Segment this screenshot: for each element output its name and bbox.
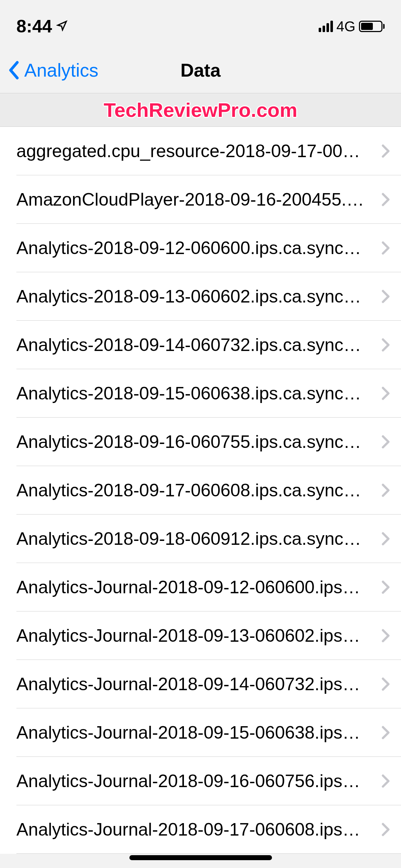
list-item[interactable]: Analytics-Journal-2018-09-14-060732.ips…	[0, 660, 401, 708]
chevron-right-icon	[381, 677, 390, 691]
list-item[interactable]: Analytics-2018-09-17-060608.ips.ca.sync…	[0, 466, 401, 515]
list-item-label: Analytics-2018-09-15-060638.ips.ca.sync…	[16, 383, 374, 404]
list-item[interactable]: Analytics-2018-09-15-060638.ips.ca.sync…	[0, 369, 401, 418]
status-right: 4G	[319, 19, 385, 35]
back-button[interactable]: Analytics	[7, 60, 98, 81]
list-item-label: Analytics-Journal-2018-09-17-060608.ips…	[16, 819, 374, 840]
watermark-text: TechReviewPro.com	[104, 98, 298, 122]
list-item[interactable]: Analytics-Journal-2018-09-13-060602.ips…	[0, 611, 401, 660]
list-item-label: AmazonCloudPlayer-2018-09-16-200455.…	[16, 189, 374, 210]
list-item[interactable]: Analytics-Journal-2018-09-17-060608.ips…	[0, 805, 401, 854]
list-item[interactable]: Analytics-2018-09-14-060732.ips.ca.sync…	[0, 321, 401, 369]
chevron-right-icon	[381, 192, 390, 207]
chevron-left-icon	[7, 60, 21, 80]
chevron-right-icon	[381, 725, 390, 740]
chevron-right-icon	[381, 483, 390, 497]
status-bar: 8:44 4G	[0, 0, 401, 47]
chevron-right-icon	[381, 580, 390, 594]
home-indicator[interactable]	[129, 855, 272, 860]
list-item[interactable]: AmazonCloudPlayer-2018-09-16-200455.…	[0, 175, 401, 224]
status-time: 8:44	[16, 16, 52, 37]
chevron-right-icon	[381, 774, 390, 788]
chevron-right-icon	[381, 532, 390, 546]
list-item-label: Analytics-Journal-2018-09-14-060732.ips…	[16, 674, 374, 694]
list-item[interactable]: Analytics-Journal-2018-09-12-060600.ips…	[0, 563, 401, 611]
list-item-label: Analytics-Journal-2018-09-13-060602.ips…	[16, 625, 374, 646]
chevron-right-icon	[381, 289, 390, 304]
chevron-right-icon	[381, 435, 390, 449]
list-item-label: Analytics-2018-09-18-060912.ips.ca.sync…	[16, 528, 374, 549]
list-item-label: Analytics-2018-09-14-060732.ips.ca.sync…	[16, 335, 374, 355]
page-title: Data	[180, 60, 221, 81]
list-item[interactable]: Analytics-2018-09-16-060755.ips.ca.sync…	[0, 418, 401, 466]
network-type: 4G	[336, 19, 355, 35]
list-item-label: Analytics-2018-09-12-060600.ips.ca.sync…	[16, 238, 374, 258]
list-item[interactable]: Analytics-2018-09-12-060600.ips.ca.sync…	[0, 224, 401, 272]
chevron-right-icon	[381, 241, 390, 255]
list-item[interactable]: Analytics-Journal-2018-09-15-060638.ips…	[0, 708, 401, 757]
list-item-label: Analytics-2018-09-13-060602.ips.ca.sync…	[16, 286, 374, 307]
list-item[interactable]: aggregated.cpu_resource-2018-09-17-00…	[0, 127, 401, 175]
list-item-label: aggregated.cpu_resource-2018-09-17-00…	[16, 141, 374, 161]
status-left: 8:44	[16, 16, 68, 37]
location-icon	[56, 20, 68, 33]
chevron-right-icon	[381, 338, 390, 352]
list-item-label: Analytics-2018-09-17-060608.ips.ca.sync…	[16, 480, 374, 501]
chevron-right-icon	[381, 629, 390, 643]
chevron-right-icon	[381, 386, 390, 401]
chevron-right-icon	[381, 144, 390, 158]
back-label: Analytics	[24, 60, 98, 81]
list-item-label: Analytics-Journal-2018-09-15-060638.ips…	[16, 722, 374, 743]
list-item[interactable]: Analytics-Journal-2018-09-16-060756.ips…	[0, 757, 401, 805]
signal-icon	[319, 21, 333, 32]
chevron-right-icon	[381, 822, 390, 837]
list-item[interactable]: Analytics-2018-09-18-060912.ips.ca.sync…	[0, 515, 401, 563]
list-item-label: Analytics-2018-09-16-060755.ips.ca.sync…	[16, 432, 374, 452]
battery-icon	[359, 21, 385, 32]
list-item-label: Analytics-Journal-2018-09-16-060756.ips…	[16, 771, 374, 791]
list-item[interactable]: Analytics-2018-09-13-060602.ips.ca.sync…	[0, 272, 401, 321]
nav-bar: Analytics Data	[0, 47, 401, 93]
list-item-label: Analytics-Journal-2018-09-12-060600.ips…	[16, 577, 374, 598]
watermark-section: TechReviewPro.com	[0, 93, 401, 127]
data-list: aggregated.cpu_resource-2018-09-17-00… A…	[0, 127, 401, 854]
